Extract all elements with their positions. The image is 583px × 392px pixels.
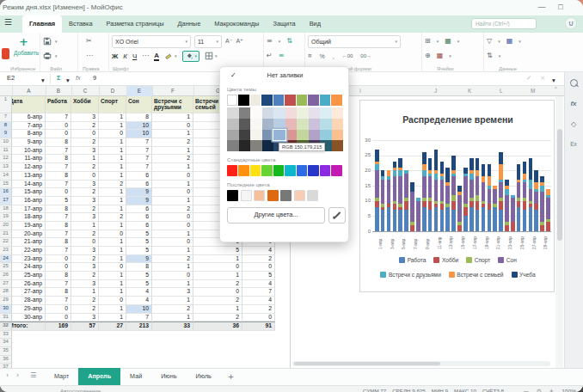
value-cell[interactable]: 2 bbox=[71, 122, 99, 131]
value-cell[interactable]: 1 bbox=[99, 147, 126, 156]
no-fill-option[interactable]: Нет заливки bbox=[220, 71, 350, 79]
bar-segment[interactable] bbox=[387, 170, 391, 176]
value-cell[interactable]: 0 bbox=[71, 130, 99, 138]
date-cell[interactable]: 25-апр bbox=[12, 272, 46, 280]
bar-segment[interactable] bbox=[505, 186, 509, 189]
tint-color-swatch[interactable] bbox=[273, 119, 285, 130]
value-cell[interactable]: 5 bbox=[126, 238, 152, 247]
value-cell[interactable]: 7 bbox=[126, 155, 152, 163]
bar-segment[interactable] bbox=[375, 198, 379, 201]
row-number[interactable]: 16 bbox=[0, 188, 12, 197]
embedded-chart[interactable]: Распределение времени 0510152025301-апр3… bbox=[359, 100, 555, 292]
bar-segment[interactable] bbox=[404, 201, 408, 211]
value-cell[interactable]: 10 bbox=[126, 122, 152, 131]
bar-segment[interactable] bbox=[534, 170, 538, 182]
value-cell[interactable]: 6 bbox=[126, 172, 152, 181]
tint-color-swatch[interactable] bbox=[250, 140, 262, 151]
bar-segment[interactable] bbox=[451, 170, 456, 174]
value-cell[interactable]: 2 bbox=[71, 188, 99, 197]
bar-segment[interactable] bbox=[476, 195, 480, 201]
value-cell[interactable]: 2 bbox=[71, 163, 99, 172]
bar-segment[interactable] bbox=[529, 180, 533, 189]
bar-segment[interactable] bbox=[540, 176, 544, 182]
value-cell[interactable]: 1 bbox=[99, 172, 126, 181]
value-cell[interactable]: 2 bbox=[71, 230, 99, 239]
total-value-cell[interactable]: 213 bbox=[126, 322, 152, 331]
bar-segment[interactable] bbox=[457, 195, 462, 223]
sort-icon[interactable]: ⇅ bbox=[487, 51, 493, 61]
bar-segment[interactable] bbox=[393, 176, 397, 200]
header-cell[interactable]: Работа bbox=[46, 96, 71, 113]
bar-segment[interactable] bbox=[381, 204, 385, 207]
value-cell[interactable]: 1 bbox=[193, 272, 242, 280]
bar-segment[interactable] bbox=[434, 174, 439, 180]
tint-color-swatch[interactable] bbox=[239, 130, 251, 141]
value-cell[interactable]: 1 bbox=[152, 130, 193, 138]
value-cell[interactable]: 1 bbox=[99, 113, 126, 122]
row-number[interactable]: 1 bbox=[0, 96, 12, 113]
bar-segment[interactable] bbox=[404, 198, 408, 201]
value-cell[interactable]: 1 bbox=[152, 280, 193, 289]
value-cell[interactable]: 1 bbox=[99, 238, 126, 247]
bar-segment[interactable] bbox=[440, 176, 445, 180]
value-cell[interactable]: 8 bbox=[46, 172, 71, 181]
total-value-cell[interactable]: 36 bbox=[193, 322, 242, 331]
bar-segment[interactable] bbox=[499, 180, 503, 183]
bar-segment[interactable] bbox=[393, 162, 397, 168]
value-cell[interactable]: 7 bbox=[126, 314, 152, 322]
value-cell[interactable]: 9 bbox=[126, 197, 152, 205]
value-cell[interactable]: 3 bbox=[71, 147, 99, 156]
value-cell[interactable]: 4 bbox=[126, 297, 152, 305]
filter-icon[interactable]: ▽ bbox=[487, 36, 492, 46]
bar-segment[interactable] bbox=[499, 182, 503, 198]
zoom-fit-icon[interactable]: ⊙ bbox=[537, 388, 542, 392]
value-cell[interactable]: 2 bbox=[242, 255, 275, 264]
bar-segment[interactable] bbox=[476, 210, 480, 231]
column-letter[interactable]: L bbox=[500, 86, 503, 96]
bar-segment[interactable] bbox=[375, 207, 379, 231]
bar-segment[interactable] bbox=[457, 186, 462, 192]
bar-segment[interactable] bbox=[511, 195, 515, 199]
zoom-in-icon[interactable]: + bbox=[549, 388, 555, 392]
bar-segment[interactable] bbox=[416, 198, 420, 201]
bar-segment[interactable] bbox=[534, 204, 538, 210]
value-cell[interactable]: 2 bbox=[152, 305, 193, 314]
bar-segment[interactable] bbox=[523, 201, 527, 211]
value-cell[interactable]: 2 bbox=[71, 272, 99, 280]
bar-segment[interactable] bbox=[393, 204, 397, 210]
tint-color-swatch[interactable] bbox=[273, 130, 285, 141]
row-number[interactable]: 12 bbox=[0, 155, 12, 163]
value-cell[interactable]: 1 bbox=[152, 197, 193, 205]
bar-segment[interactable] bbox=[517, 182, 521, 198]
value-cell[interactable]: 2 bbox=[193, 314, 242, 322]
bar-segment[interactable] bbox=[428, 176, 433, 198]
value-cell[interactable]: 4 bbox=[242, 297, 275, 305]
bar-segment[interactable] bbox=[387, 207, 391, 231]
date-cell[interactable]: 27-апр bbox=[12, 288, 46, 297]
bar-segment[interactable] bbox=[469, 174, 474, 180]
bar-segment[interactable] bbox=[404, 210, 408, 231]
row-number[interactable]: 21 bbox=[0, 230, 12, 239]
standard-color-swatch[interactable] bbox=[261, 165, 272, 176]
tint-color-swatch[interactable] bbox=[262, 107, 274, 119]
theme-color-swatch[interactable] bbox=[227, 95, 237, 106]
bar-segment[interactable] bbox=[404, 170, 408, 174]
value-cell[interactable]: 1 bbox=[99, 247, 126, 255]
sidebar-functions-icon[interactable]: fx bbox=[564, 100, 583, 107]
value-cell[interactable]: 0 bbox=[152, 172, 193, 181]
bar-segment[interactable] bbox=[546, 189, 550, 195]
value-cell[interactable]: 7 bbox=[126, 163, 152, 172]
wrap-text-icon[interactable]: ↵ bbox=[267, 51, 273, 61]
bar-segment[interactable] bbox=[529, 207, 533, 231]
date-cell[interactable]: 17-апр bbox=[12, 205, 46, 214]
value-cell[interactable]: 1 bbox=[99, 138, 126, 147]
bar-segment[interactable] bbox=[375, 170, 379, 198]
value-cell[interactable]: 5 bbox=[46, 197, 71, 205]
value-cell[interactable]: 8 bbox=[46, 288, 71, 297]
total-value-cell[interactable]: 27 bbox=[99, 322, 126, 331]
date-cell[interactable]: 7-апр bbox=[12, 122, 46, 131]
bar-segment[interactable] bbox=[482, 176, 486, 182]
value-cell[interactable]: 3 bbox=[71, 247, 99, 255]
value-cell[interactable]: 3 bbox=[71, 113, 99, 122]
next-sheet-icon[interactable]: › bbox=[16, 371, 19, 379]
